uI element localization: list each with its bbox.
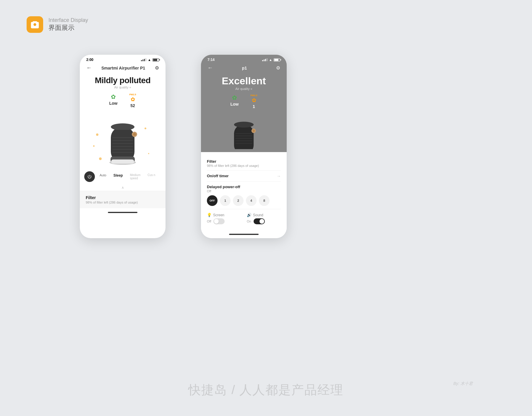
left-air-quality-label[interactable]: Air quality » [86, 86, 160, 89]
right-air-status: Excellent [207, 75, 281, 87]
right-screen-group: 💡 Screen Off [207, 213, 241, 224]
svg-rect-10 [115, 130, 130, 135]
right-phone-frame: 7:14 ▲ ← p1 ⚙ [201, 55, 287, 238]
right-air-quality-label[interactable]: Air quality » [207, 87, 281, 91]
svg-rect-20 [235, 138, 252, 139]
svg-point-13 [133, 133, 136, 136]
right-screen-label: Screen [213, 213, 224, 217]
svg-rect-5 [112, 140, 133, 141]
left-power-button[interactable] [84, 171, 95, 182]
left-phone: 2:00 ▲ ← Smartmi Airpurifier P1 ⚙ [80, 55, 166, 238]
svg-rect-22 [235, 143, 252, 143]
right-pm25-icon: PM2.5 ✿ [250, 94, 257, 104]
header-text: Interface Display 界面展示 [48, 17, 88, 32]
right-metric-pm25: PM2.5 ✿ 1 [250, 94, 257, 109]
left-metric-voc: ✿ Low [109, 93, 117, 108]
left-decor-dot-5 [99, 157, 102, 160]
right-phone: 7:14 ▲ ← p1 ⚙ [201, 55, 287, 238]
left-decor-dot-1 [96, 133, 98, 136]
left-purifier-image [103, 114, 142, 165]
left-mode-auto[interactable]: Auto [97, 172, 109, 182]
screen-icon: 💡 [207, 213, 212, 217]
right-purifier-image [228, 114, 260, 149]
svg-point-25 [252, 130, 255, 132]
svg-rect-8 [112, 149, 133, 150]
right-pm25-value: 1 [250, 104, 257, 109]
right-top-section: 7:14 ▲ ← p1 ⚙ [201, 55, 287, 152]
right-nav-title: p1 [242, 66, 247, 70]
right-battery-icon [274, 58, 280, 62]
right-filter-subtitle: 98% of filter left (286 days of usage) [207, 164, 281, 167]
left-time: 2:00 [86, 58, 93, 62]
left-status-bar: 2:00 ▲ [80, 55, 166, 64]
left-decor-dot-2 [93, 145, 95, 147]
right-delay-4-btn[interactable]: 4 [246, 195, 257, 206]
watermark: 快捷岛 / 人人都是产品经理 [188, 382, 343, 398]
left-home-indicator [80, 208, 166, 217]
left-signal-icon [141, 58, 146, 61]
header-title-cn: 界面展示 [48, 23, 88, 32]
right-sound-toggle[interactable] [254, 218, 265, 224]
right-sound-group: 🔊 Sound On [247, 213, 281, 224]
left-purifier-area [83, 110, 163, 169]
right-delay-1-btn[interactable]: 1 [220, 195, 231, 206]
watermark-by: By: 木十君 [453, 381, 473, 386]
header-icon [27, 16, 43, 33]
right-timer-arrow[interactable]: → [277, 174, 281, 178]
svg-rect-6 [112, 143, 133, 144]
right-status-bar: 7:14 ▲ [201, 55, 287, 64]
left-pm25-value: 52 [129, 103, 136, 108]
right-filter-title: Filter [207, 159, 281, 164]
left-filter-subtitle: 98% of filter left (286 days of usage) [86, 201, 160, 204]
right-metrics-row: ✿ Low PM2.5 ✿ 1 [201, 92, 287, 111]
right-status-icons: ▲ [262, 58, 280, 62]
svg-rect-15 [234, 125, 254, 149]
right-nav-bar: ← p1 ⚙ [201, 64, 287, 73]
left-status-icons: ▲ [141, 58, 159, 62]
svg-rect-21 [235, 141, 252, 141]
svg-rect-7 [112, 146, 133, 147]
left-voc-icon: ✿ [109, 93, 117, 100]
right-delayed-title: Delayed power-off [207, 185, 281, 189]
right-wifi-icon: ▲ [269, 58, 272, 62]
left-mode-scrollable: Auto Sleep Mediumspeed Cus n [97, 172, 161, 182]
left-mode-custom[interactable]: Cus n [145, 172, 158, 182]
svg-rect-9 [112, 152, 133, 153]
right-back-button[interactable]: ← [207, 65, 213, 71]
right-delay-off-btn[interactable]: OFF [207, 195, 218, 206]
right-timer-label: On/off timer [207, 174, 229, 178]
right-screen-state: Off [207, 220, 211, 223]
left-settings-button[interactable]: ⚙ [155, 65, 159, 71]
right-time: 7:14 [207, 58, 215, 62]
left-metrics-row: ✿ Low PM2.5 ✿ 52 [80, 90, 166, 110]
right-timer-row[interactable]: On/off timer → [207, 171, 281, 182]
right-settings-button[interactable]: ⚙ [276, 65, 280, 71]
right-screen-toggle-row: Off [207, 218, 241, 224]
left-chevron-row[interactable]: ∧ [80, 184, 166, 191]
left-bottom-section: Filter 98% of filter left (286 days of u… [80, 191, 166, 208]
left-mode-sleep[interactable]: Sleep [111, 172, 126, 182]
svg-point-2 [111, 123, 134, 130]
right-delay-2-btn[interactable]: 2 [233, 195, 244, 206]
left-pm25-icon: PM2.5 ✿ [129, 93, 136, 103]
header-title-en: Interface Display [48, 17, 88, 23]
right-sound-label-row: 🔊 Sound [247, 213, 281, 217]
right-screen-toggle[interactable] [213, 218, 225, 224]
right-delay-8-btn[interactable]: 8 [259, 195, 270, 206]
right-voc-icon: ✿ [230, 94, 239, 101]
right-sound-knob [259, 219, 264, 224]
right-sound-label: Sound [253, 213, 263, 217]
right-air-quality-header: Excellent Air quality » [201, 73, 287, 92]
left-phone-frame: 2:00 ▲ ← Smartmi Airpurifier P1 ⚙ [80, 55, 166, 238]
right-purifier-area [201, 111, 287, 149]
right-sound-toggle-row: On [247, 218, 281, 224]
left-decor-dot-3 [145, 128, 146, 129]
left-mode-bar[interactable]: Auto Sleep Mediumspeed Cus n [80, 169, 166, 184]
left-back-button[interactable]: ← [86, 65, 92, 71]
right-signal-icon [262, 58, 267, 61]
right-delayed-buttons[interactable]: OFF 1 2 4 8 [207, 195, 281, 206]
left-mode-medium[interactable]: Mediumspeed [127, 172, 144, 182]
right-screen-knob [214, 219, 219, 224]
left-nav-title: Smartmi Airpurifier P1 [101, 66, 145, 70]
left-decor-dot-4 [148, 153, 149, 154]
